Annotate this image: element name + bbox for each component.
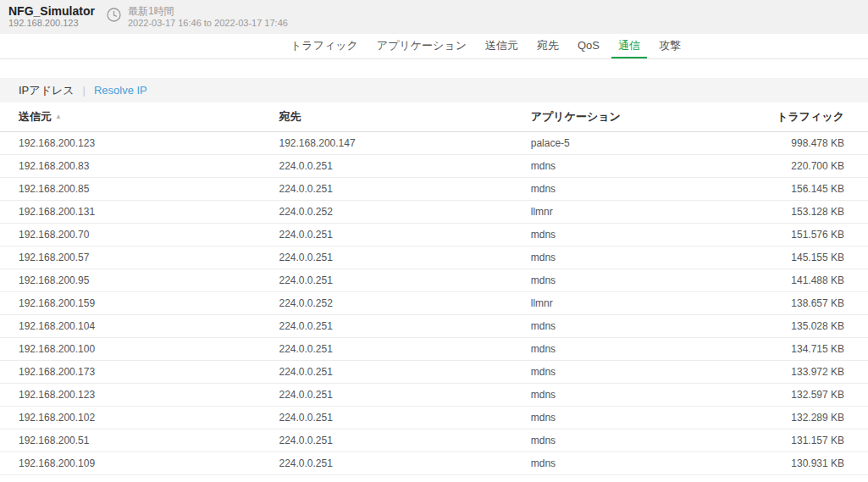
table-row: 192.168.200.85224.0.0.251mdns156.145 KB [0, 177, 868, 200]
destination-ip-cell[interactable]: 224.0.0.251 [261, 177, 512, 200]
source-ip-cell[interactable]: 192.168.200.83 [0, 154, 261, 177]
source-ip-cell[interactable]: 192.168.200.159 [0, 291, 261, 314]
table-row: 192.168.200.95224.0.0.251mdns141.488 KB [0, 269, 868, 291]
application-cell[interactable]: mdns [512, 314, 747, 337]
title-block: NFG_Simulator 192.168.200.123 [8, 5, 95, 29]
table-row: 192.168.200.83224.0.0.251mdns220.700 KB [0, 154, 868, 177]
conversation-table: 送信元▲宛先アプリケーショントラフィック 192.168.200.123192.… [0, 102, 868, 475]
application-cell[interactable]: mdns [512, 154, 747, 177]
time-range-label: 最新1時間 [128, 5, 288, 18]
source-ip-cell[interactable]: 192.168.200.102 [0, 406, 261, 429]
table-row: 192.168.200.51224.0.0.251mdns131.157 KB [0, 429, 868, 452]
traffic-cell: 998.478 KB [747, 131, 868, 154]
destination-ip-cell[interactable]: 224.0.0.251 [261, 154, 512, 177]
source-ip-cell[interactable]: 192.168.200.123 [0, 383, 261, 406]
destination-ip-cell[interactable]: 224.0.0.252 [261, 200, 512, 223]
destination-ip-cell[interactable]: 224.0.0.251 [261, 337, 512, 360]
source-ip-cell[interactable]: 192.168.200.51 [0, 429, 261, 452]
time-period[interactable]: 最新1時間 2022-03-17 16:46 to 2022-03-17 17:… [107, 5, 288, 29]
traffic-cell: 132.597 KB [747, 383, 868, 406]
tab-conversation[interactable]: 通信 [611, 34, 647, 58]
tab-application[interactable]: アプリケーション [370, 34, 473, 58]
destination-ip-cell[interactable]: 224.0.0.251 [261, 406, 512, 429]
destination-ip-cell[interactable]: 224.0.0.251 [261, 314, 512, 337]
sort-asc-icon: ▲ [55, 113, 62, 120]
column-header[interactable]: トラフィック [747, 102, 868, 131]
table-row: 192.168.200.102224.0.0.251mdns132.289 KB [0, 406, 868, 429]
traffic-cell: 151.576 KB [747, 223, 868, 246]
table-row: 192.168.200.131224.0.0.252llmnr153.128 K… [0, 200, 868, 223]
ip-address-label: IPアドレス [19, 83, 75, 98]
traffic-cell: 131.157 KB [747, 429, 868, 452]
application-cell[interactable]: mdns [512, 337, 747, 360]
traffic-cell: 130.931 KB [747, 452, 868, 474]
table-row: 192.168.200.70224.0.0.251mdns151.576 KB [0, 223, 868, 246]
table-row: 192.168.200.104224.0.0.251mdns135.028 KB [0, 314, 868, 337]
destination-ip-cell[interactable]: 224.0.0.251 [261, 452, 512, 474]
table-header-row: 送信元▲宛先アプリケーショントラフィック [0, 102, 868, 131]
source-ip-cell[interactable]: 192.168.200.131 [0, 200, 261, 223]
source-ip-cell[interactable]: 192.168.200.70 [0, 223, 261, 246]
destination-ip-cell[interactable]: 224.0.0.252 [261, 291, 512, 314]
traffic-cell: 145.155 KB [747, 246, 868, 269]
destination-ip-cell[interactable]: 224.0.0.251 [261, 429, 512, 452]
destination-ip-cell[interactable]: 224.0.0.251 [261, 360, 512, 383]
app-header: NFG_Simulator 192.168.200.123 最新1時間 2022… [0, 0, 868, 34]
table-row: 192.168.200.123224.0.0.251mdns132.597 KB [0, 383, 868, 406]
traffic-cell: 138.657 KB [747, 291, 868, 314]
column-header[interactable]: 送信元▲ [0, 102, 261, 131]
sub-toolbar: IPアドレス | Resolve IP [0, 78, 868, 102]
table-row: 192.168.200.173224.0.0.251mdns133.972 KB [0, 360, 868, 383]
destination-ip-cell[interactable]: 224.0.0.251 [261, 246, 512, 269]
application-cell[interactable]: mdns [512, 429, 747, 452]
application-cell[interactable]: mdns [512, 406, 747, 429]
application-cell[interactable]: mdns [512, 452, 747, 474]
application-cell[interactable]: mdns [512, 177, 747, 200]
traffic-cell: 141.488 KB [747, 269, 868, 291]
application-cell[interactable]: llmnr [512, 200, 747, 223]
destination-ip-cell[interactable]: 192.168.200.147 [261, 131, 512, 154]
traffic-cell: 132.289 KB [747, 406, 868, 429]
table-row: 192.168.200.123192.168.200.147palace-599… [0, 131, 868, 154]
traffic-cell: 153.128 KB [747, 200, 868, 223]
application-cell[interactable]: mdns [512, 360, 747, 383]
application-cell[interactable]: mdns [512, 383, 747, 406]
application-cell[interactable]: llmnr [512, 291, 747, 314]
column-header[interactable]: 宛先 [261, 102, 512, 131]
tab-qos[interactable]: QoS [571, 34, 606, 58]
destination-ip-cell[interactable]: 224.0.0.251 [261, 383, 512, 406]
time-range-value: 2022-03-17 16:46 to 2022-03-17 17:46 [128, 18, 288, 29]
table-body: 192.168.200.123192.168.200.147palace-599… [0, 131, 868, 474]
source-ip-cell[interactable]: 192.168.200.100 [0, 337, 261, 360]
source-ip-cell[interactable]: 192.168.200.104 [0, 314, 261, 337]
traffic-cell: 133.972 KB [747, 360, 868, 383]
clock-icon [107, 8, 121, 25]
source-ip-cell[interactable]: 192.168.200.85 [0, 177, 261, 200]
source-ip-cell[interactable]: 192.168.200.123 [0, 131, 261, 154]
application-cell[interactable]: mdns [512, 246, 747, 269]
source-ip-cell[interactable]: 192.168.200.95 [0, 269, 261, 291]
device-ip: 192.168.200.123 [8, 18, 95, 29]
destination-ip-cell[interactable]: 224.0.0.251 [261, 223, 512, 246]
page-title: NFG_Simulator [8, 5, 95, 18]
source-ip-cell[interactable]: 192.168.200.57 [0, 246, 261, 269]
table-row: 192.168.200.109224.0.0.251mdns130.931 KB [0, 452, 868, 474]
traffic-cell: 156.145 KB [747, 177, 868, 200]
application-cell[interactable]: mdns [512, 223, 747, 246]
source-ip-cell[interactable]: 192.168.200.173 [0, 360, 261, 383]
application-cell[interactable]: mdns [512, 269, 747, 291]
tab-destination[interactable]: 宛先 [530, 34, 566, 58]
tab-attack[interactable]: 攻撃 [652, 34, 688, 58]
spacer [0, 59, 868, 78]
tab-source[interactable]: 送信元 [478, 34, 525, 58]
application-cell[interactable]: palace-5 [512, 131, 747, 154]
column-header[interactable]: アプリケーション [512, 102, 747, 131]
source-ip-cell[interactable]: 192.168.200.109 [0, 452, 261, 474]
destination-ip-cell[interactable]: 224.0.0.251 [261, 269, 512, 291]
traffic-cell: 135.028 KB [747, 314, 868, 337]
traffic-cell: 220.700 KB [747, 154, 868, 177]
resolve-ip-link[interactable]: Resolve IP [94, 84, 147, 97]
tab-traffic[interactable]: トラフィック [284, 34, 365, 58]
traffic-cell: 134.715 KB [747, 337, 868, 360]
table-row: 192.168.200.159224.0.0.252llmnr138.657 K… [0, 291, 868, 314]
